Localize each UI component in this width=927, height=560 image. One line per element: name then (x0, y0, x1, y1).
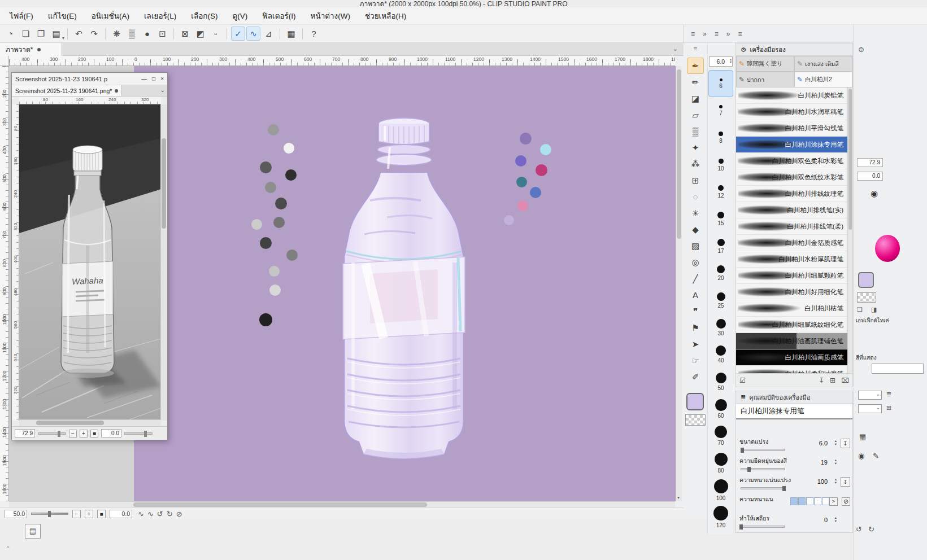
property-slider[interactable] (741, 526, 785, 528)
tool-panel-menu-icon[interactable]: ≡ (685, 43, 706, 54)
reference-zoom-slider[interactable] (38, 432, 66, 435)
menu-item[interactable]: อนิเมชั่น(A) (84, 7, 137, 25)
property-slider[interactable] (741, 449, 785, 451)
draft-pen-icon[interactable]: ✎ (873, 452, 879, 460)
add-icon[interactable]: ⊞ (886, 404, 891, 412)
menu-item[interactable]: เลเยอร์(L) (137, 7, 184, 25)
move-tool-icon[interactable]: ➤ (687, 336, 704, 352)
selection-border-icon[interactable]: ▫ (208, 27, 223, 41)
canvas-viewport[interactable]: Screenshot 2025-11-23 190641.p — □ × Scr… (9, 66, 676, 501)
target-icon[interactable]: ◉ (871, 189, 878, 199)
brush-item[interactable]: 白川柏川双色纸纹水彩笔 (736, 169, 852, 186)
brush-size-option[interactable]: 6 (708, 70, 733, 97)
navigator-rotate-value[interactable]: 0.0 (857, 172, 883, 181)
brush-item[interactable]: 白川柏川排线纹理笔 (736, 186, 852, 202)
tone-icon[interactable]: ▒ (125, 27, 139, 41)
brush-size-option[interactable]: 12 (708, 178, 733, 205)
eyedropper-tool-icon[interactable]: ✐ (687, 369, 704, 385)
menu-item[interactable]: เลือก(S) (184, 7, 225, 25)
fill-tool-icon[interactable]: ◆ (687, 221, 704, 238)
menu-item[interactable]: ไฟล์(F) (2, 7, 41, 25)
zoom-value[interactable]: 50.0 (5, 510, 27, 518)
grid-icon[interactable]: ▦ (859, 432, 866, 441)
property-spinner[interactable]: ▴▾ (835, 478, 837, 484)
reference-h-scroll-thumb[interactable] (36, 421, 104, 425)
smooth-curve-icon[interactable]: ∿ (138, 510, 144, 518)
brush-item[interactable]: 白川柏川双色柔和水彩笔 (736, 153, 852, 169)
brush-item[interactable]: 白川柏川油画质感笔 (736, 349, 852, 366)
airbrush-tool-icon[interactable]: ▒ (687, 123, 704, 139)
property-slider-handle[interactable] (741, 448, 744, 453)
scroll-down-icon[interactable]: ▾ (677, 495, 680, 500)
menu-item[interactable]: แก้ไข(E) (41, 7, 84, 25)
reference-h-scrollbar[interactable] (19, 419, 161, 426)
snap-to-grid-icon[interactable]: ⊿ (262, 27, 276, 41)
brush-item[interactable]: 白川柏川细腻纸纹细化笔 (736, 317, 852, 333)
layer-panel-icons[interactable]: ❏ ◨ (857, 306, 880, 313)
brush-size-option[interactable]: 15 (708, 205, 733, 233)
transparent-swatch[interactable] (857, 292, 876, 303)
dynamics-button[interactable]: ↧ (841, 477, 850, 487)
subtool-group-tab[interactable]: ✎隙間無く塗り (736, 56, 794, 72)
property-spinner[interactable]: ▴▾ (835, 458, 837, 465)
menu-item[interactable]: ช่วยเหลือ(H) (358, 7, 414, 25)
redo-icon[interactable]: ↷ (87, 27, 101, 41)
expand-segments-button[interactable]: > (829, 497, 838, 506)
canvas-tab[interactable]: ภาพวาด* (0, 43, 62, 56)
property-spinner[interactable]: ▴▾ (835, 439, 837, 446)
panel-control-icon[interactable]: » (726, 30, 730, 38)
fit-to-window-button[interactable]: ■ (97, 510, 106, 518)
brush-item[interactable]: 白川柏川平滑勾线笔 (736, 120, 852, 137)
grid-icon[interactable]: ▦ (284, 27, 298, 41)
brush-size-option[interactable]: 120 (708, 504, 733, 531)
undo-icon[interactable]: ↶ (72, 27, 86, 41)
primary-color-swatch[interactable] (686, 393, 704, 410)
register-brush-icon[interactable]: ↧ (819, 377, 824, 384)
reference-rotate-value[interactable]: 0.0 (101, 429, 121, 438)
reference-image-window[interactable]: Screenshot 2025-11-23 190641.p — □ × Scr… (11, 72, 168, 440)
reference-v-scroll-thumb[interactable] (162, 138, 166, 229)
soft-eraser-tool-icon[interactable]: ▱ (687, 107, 704, 123)
figure-tool-icon[interactable]: ⊞ (687, 172, 704, 189)
reference-zoom-handle[interactable] (58, 431, 60, 437)
close-button[interactable]: × (160, 76, 164, 82)
panel-control-icon[interactable]: ≡ (691, 30, 695, 38)
tablet-settings-icon[interactable]: ▤ (25, 524, 41, 539)
reference-zoom-out-button[interactable]: − (69, 430, 77, 438)
fill-black-icon[interactable]: ● (140, 27, 154, 41)
subtool-group-tab[interactable]: ✎白川柏川2 (794, 72, 852, 88)
multi-select-checkbox-icon[interactable]: ☑ (739, 377, 746, 384)
brush-size-spinner[interactable]: ▴▾ (730, 58, 732, 64)
zoom-tool-icon[interactable]: ◎ (687, 254, 704, 270)
reference-zoom-in-button[interactable]: + (80, 430, 88, 438)
property-spinner[interactable]: ▴▾ (835, 516, 837, 523)
current-color-swatch[interactable] (858, 272, 874, 288)
brush-item[interactable]: 白川柏川枯笔 (736, 300, 852, 317)
transparent-color-swatch[interactable] (685, 414, 706, 426)
duplicate-brush-icon[interactable]: ⊞ (830, 377, 835, 384)
expand-corner-icon[interactable]: ⌃ (6, 545, 10, 552)
panel-rotate-left-icon[interactable]: ↺ (856, 525, 862, 533)
brush-size-option[interactable]: 80 (708, 449, 733, 476)
transform-icon[interactable]: ⊡ (155, 27, 169, 41)
panel-control-icon[interactable]: » (703, 30, 707, 38)
brush-size-option[interactable]: 17 (708, 233, 733, 260)
property-slider[interactable] (741, 487, 785, 489)
subtool-group-tab[interactable]: ✎เงาแสง เติมสี (794, 56, 852, 72)
toggle-off-button[interactable]: ⊘ (842, 497, 850, 506)
spin-down-icon[interactable]: ▾ (835, 481, 837, 484)
reference-tab[interactable]: Screenshot 2025-11-23 190641.png* (12, 85, 122, 96)
property-slider-handle[interactable] (747, 467, 751, 472)
brush-size-option[interactable]: 100 (708, 476, 733, 504)
panel-rotate-right-icon[interactable]: ↻ (868, 525, 874, 533)
print-icon[interactable]: ▤▾ (49, 27, 63, 41)
brush-size-current-value[interactable]: 6.0 ▴▾ (709, 56, 733, 67)
rotate-left-icon[interactable]: ↺ (157, 510, 163, 518)
snap-to-special-ruler-icon[interactable]: ∿ (246, 27, 260, 41)
reference-zoom-value[interactable]: 72.9 (15, 429, 35, 438)
chain-icon[interactable]: ⊜ (858, 45, 864, 54)
brush-size-option[interactable]: 30 (708, 314, 733, 341)
brush-item[interactable]: 白川柏川细腻颗粒笔 (736, 268, 852, 284)
help-icon[interactable]: ? (307, 27, 321, 41)
clip-studio-logo[interactable]: ◔ (3, 27, 18, 41)
